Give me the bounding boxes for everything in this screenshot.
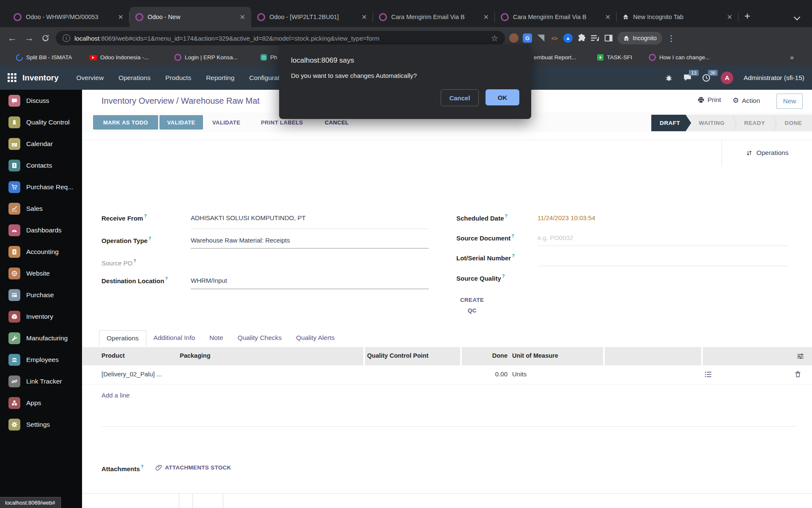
tab-additional-info[interactable]: Additional Info <box>146 330 202 346</box>
app-name[interactable]: Inventory <box>22 73 59 83</box>
ok-button[interactable]: OK <box>486 89 519 105</box>
sidebar-item-accounting[interactable]: $ Accounting <box>0 241 82 262</box>
reload-icon[interactable] <box>41 34 50 42</box>
cancel-button[interactable]: Cancel <box>441 89 479 106</box>
tab-close-icon[interactable]: ✕ <box>238 13 247 21</box>
attachments-stock-link[interactable]: ATTACHMENTS STOCK <box>165 464 231 471</box>
browser-tab-4[interactable]: Cara Mengirim Email Via B ✕ <box>373 7 495 27</box>
bookmark-split-bill[interactable]: Split Bill - ISMATA <box>16 49 72 66</box>
back-icon[interactable]: ← <box>6 33 19 44</box>
nav-menu-reporting[interactable]: Reporting <box>203 72 238 84</box>
sidebar-item-quality-control[interactable]: Quality Control <box>0 111 82 133</box>
sidebar-item-purchase[interactable]: Purchase <box>0 284 82 306</box>
sidebar-item-contacts[interactable]: Contacts <box>0 155 82 176</box>
tab-note[interactable]: Note <box>202 330 230 346</box>
stage-waiting[interactable]: WAITING <box>691 115 732 131</box>
breadcrumb[interactable]: Inventory Overview / Warehouse Raw Mat <box>102 96 260 106</box>
add-a-line-link[interactable]: Add a line <box>102 392 130 399</box>
nav-menu-overview[interactable]: Overview <box>73 72 107 84</box>
activities-button[interactable]: 36 <box>702 74 710 82</box>
scheduled-date-field[interactable]: 11/24/2023 10:03:54 <box>538 214 595 221</box>
trash-icon[interactable] <box>794 370 801 378</box>
user-menu[interactable]: Administrator (sfi-15) <box>743 74 804 82</box>
tab-close-icon[interactable]: ✕ <box>482 13 491 21</box>
new-tab-button[interactable]: + <box>744 10 750 22</box>
browser-tab-1[interactable]: Odoo - WHWIP/MO/00053 ✕ <box>8 7 129 27</box>
sidebar-item-apps[interactable]: Apps <box>0 392 82 414</box>
bug-icon[interactable] <box>665 74 673 82</box>
tab-operations[interactable]: Operations <box>99 330 146 346</box>
browser-tab-6[interactable]: New Incognito Tab ✕ <box>617 7 738 27</box>
playlist-extension-icon[interactable] <box>590 33 600 43</box>
site-info-icon[interactable]: i <box>63 34 70 42</box>
apps-grid-icon[interactable] <box>8 73 16 82</box>
sidebar-item-website[interactable]: Website <box>0 262 82 284</box>
browser-tab-5[interactable]: Cara Mengirim Email Via B ✕ <box>495 7 617 27</box>
stage-draft[interactable]: DRAFT <box>651 115 691 131</box>
col-product[interactable]: Product <box>102 352 125 359</box>
translate-extension-icon[interactable]: G <box>523 33 532 43</box>
stage-ready[interactable]: READY <box>737 115 773 131</box>
tab-quality-checks[interactable]: Quality Checks <box>230 330 289 346</box>
stage-done[interactable]: DONE <box>777 115 809 131</box>
bookmark-login-erp[interactable]: Login | ERP Konsa... <box>174 49 238 66</box>
cell-product[interactable]: [Delivery_02_Palu] ... <box>102 370 162 378</box>
operations-side-panel[interactable]: Operations <box>721 140 812 166</box>
bookmark-ph[interactable]: Ph <box>261 49 277 66</box>
bookmark-odoo-indonesia[interactable]: Odoo Indonesia -... <box>90 49 149 66</box>
destination-location-field[interactable]: WHRM/Input <box>191 277 227 284</box>
sidebar-item-discuss[interactable]: Discuss <box>0 90 82 111</box>
sidebar-item-inventory[interactable]: Inventory <box>0 306 82 327</box>
extensions-puzzle-icon[interactable] <box>577 33 586 43</box>
validate-primary-button[interactable]: VALIDATE <box>159 115 203 130</box>
sidebar-item-sales[interactable]: Sales <box>0 198 82 219</box>
browser-tab-2[interactable]: Odoo - New ✕ <box>129 7 251 27</box>
sidebar-item-dashboards[interactable]: Dashboards <box>0 219 82 241</box>
code-extension-icon[interactable]: <> <box>550 33 559 43</box>
columns-toggle-icon[interactable] <box>797 353 804 360</box>
avatar[interactable]: A <box>721 72 733 84</box>
bookmark-task-sfi[interactable]: + TASK-SFI <box>597 49 632 66</box>
tab-close-icon[interactable]: ✕ <box>116 13 125 21</box>
tampermonkey-extension-icon[interactable] <box>509 33 518 43</box>
bookmark-membuat-report[interactable]: embuat Report... <box>534 49 576 66</box>
sidebar-item-settings[interactable]: Settings <box>0 414 82 435</box>
tab-close-icon[interactable]: ✕ <box>604 13 612 21</box>
sidebar-item-manufacturing[interactable]: Manufacturing <box>0 327 82 349</box>
address-bar[interactable]: i localhost:8069/web#cids=1&menu_id=174&… <box>56 31 505 45</box>
new-button[interactable]: New <box>776 94 803 109</box>
source-document-field[interactable]: e.g. PO0032 <box>538 234 573 241</box>
nav-menu-operations[interactable]: Operations <box>115 72 154 84</box>
messages-button[interactable]: 13 <box>683 74 692 82</box>
operation-type-field[interactable]: Warehouse Raw Material: Receipts <box>191 237 290 244</box>
browser-tab-3[interactable]: Odoo - [WIP2LT1.2BU01] ✕ <box>251 7 373 27</box>
col-quality-control-point[interactable]: Quality Control Point <box>367 352 428 359</box>
side-panel-icon[interactable] <box>604 33 613 43</box>
col-done[interactable]: Done <box>472 352 508 359</box>
sidebar-item-employees[interactable]: Employees <box>0 349 82 370</box>
action-button[interactable]: ⚙ Action <box>732 96 760 105</box>
sidebar-item-link-tracker[interactable]: Link Tracker <box>0 370 82 392</box>
cell-done[interactable]: 0.00 <box>472 370 508 378</box>
cursor-extension-icon[interactable]: ▲ <box>563 33 573 43</box>
tab-close-icon[interactable]: ✕ <box>360 13 369 21</box>
receive-from-field[interactable]: ADHISAKTI SOLUSI KOMPUTINDO, PT <box>191 214 306 221</box>
create-qc-button-line2[interactable]: QC <box>468 307 477 314</box>
validate-button[interactable]: VALIDATE <box>212 115 240 130</box>
cell-uom[interactable]: Units <box>512 370 527 378</box>
bookmark-star-icon[interactable]: ☆ <box>491 33 498 43</box>
col-packaging[interactable]: Packaging <box>180 352 211 359</box>
browser-menu-icon[interactable]: ⋮ <box>667 33 675 43</box>
detailed-operations-icon[interactable] <box>705 371 712 378</box>
bookmark-how-i-can-change[interactable]: How I can change... <box>649 49 710 66</box>
sidebar-item-purchase-requisition[interactable]: Purchase Req... <box>0 176 82 198</box>
kite-extension-icon[interactable] <box>536 33 546 43</box>
create-qc-button[interactable]: CREATE <box>460 297 484 303</box>
tab-search-chevron-icon[interactable] <box>794 14 801 21</box>
tab-quality-alerts[interactable]: Quality Alerts <box>289 330 342 346</box>
table-row[interactable]: [Delivery_02_Palu] ... 0.00 Units <box>82 365 812 384</box>
tab-close-icon[interactable]: ✕ <box>725 13 734 21</box>
sidebar-item-calendar[interactable]: Calendar <box>0 133 82 155</box>
bookmarks-overflow-chevron[interactable]: » <box>790 49 794 66</box>
mark-as-todo-button[interactable]: MARK AS TODO <box>93 115 158 130</box>
